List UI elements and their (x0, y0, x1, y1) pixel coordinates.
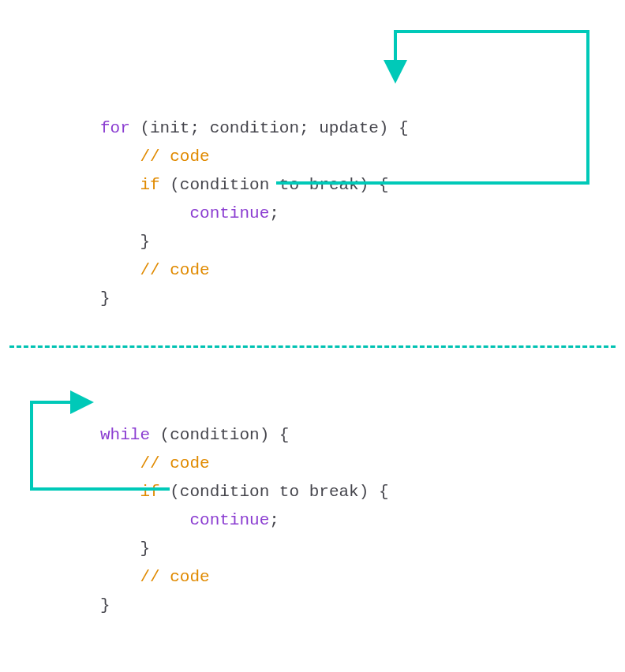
keyword-for: for (100, 119, 130, 137)
keyword-if: if (140, 483, 159, 501)
semicolon: ; (269, 204, 279, 222)
close-brace: } (140, 539, 150, 558)
comment-text: code (160, 568, 210, 586)
close-brace: } (140, 233, 150, 251)
comment-text: code (160, 454, 210, 472)
for-header: (init; condition; update) { (130, 119, 409, 137)
keyword-while: while (100, 426, 150, 444)
keyword-continue: continue (189, 204, 269, 222)
while-header: (condition) { (150, 426, 289, 444)
comment-text: code (160, 147, 210, 166)
comment-slash: // (140, 568, 159, 586)
if-condition: (condition to break) { (160, 483, 389, 501)
comment-slash: // (140, 147, 159, 166)
close-brace: } (100, 596, 110, 614)
keyword-if: if (140, 176, 159, 194)
for-loop-code: for (init; condition; update) { // code … (100, 86, 409, 313)
while-loop-code: while (condition) { // code if (conditio… (100, 393, 389, 620)
diagram-canvas: for (init; condition; update) { // code … (0, 0, 625, 672)
comment-slash: // (140, 261, 159, 279)
keyword-continue: continue (189, 511, 269, 529)
if-condition: (condition to break) { (160, 176, 389, 194)
comment-slash: // (140, 454, 159, 472)
section-divider (9, 345, 616, 348)
close-brace: } (100, 289, 110, 308)
comment-text: code (160, 261, 210, 279)
semicolon: ; (269, 511, 279, 529)
